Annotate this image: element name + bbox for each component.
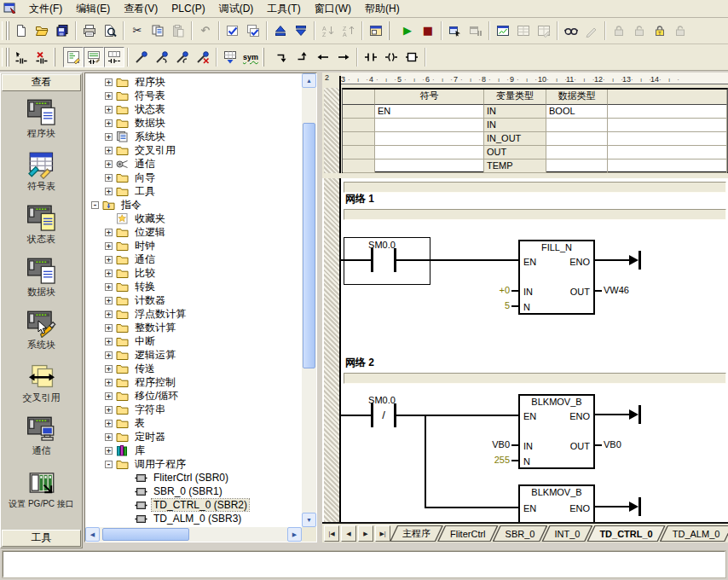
chart-status-icon[interactable] (493, 20, 513, 41)
options-icon[interactable] (366, 20, 386, 41)
insert-network-icon[interactable] (11, 47, 32, 67)
view-item-data-block[interactable]: 数据块 (1, 251, 82, 304)
tree-item-8[interactable]: +工具 (85, 184, 302, 198)
tree-item-27[interactable]: +库 (85, 444, 302, 457)
table-cell[interactable]: BOOL (546, 105, 608, 119)
expand-icon[interactable]: + (105, 310, 113, 318)
tab-scroll-last-icon[interactable]: ▶| (375, 525, 390, 542)
tree-item-16[interactable]: +计数器 (85, 293, 302, 307)
tree-item-29[interactable]: FliterCtrl (SBR0) (85, 471, 302, 484)
view-item-symbol-table[interactable]: 符号表 (1, 145, 82, 198)
view-symbols-icon[interactable] (561, 20, 581, 41)
tree-item-7[interactable]: +向导 (85, 171, 302, 184)
tab-td-ctrl-0[interactable]: TD_CTRL_0 (586, 525, 665, 542)
tree-item-17[interactable]: +浮点数计算 (85, 307, 302, 321)
wand-insert-icon[interactable] (131, 47, 152, 67)
expand-icon[interactable]: + (105, 406, 113, 414)
program-status-icon[interactable] (445, 20, 465, 41)
compile-all-icon[interactable] (243, 20, 263, 41)
expand-icon[interactable]: + (105, 256, 113, 264)
table-cell[interactable]: IN_OUT (484, 132, 546, 146)
row-header[interactable] (343, 132, 375, 146)
table-cell[interactable] (375, 119, 484, 132)
view-item-pgpc-interface[interactable]: 设置 PG/PC 接口 (1, 462, 82, 515)
table-cell[interactable]: EN (375, 105, 484, 119)
toolbar-grip[interactable] (2, 48, 9, 67)
in-operand[interactable]: VB0 (477, 439, 510, 450)
tab-scroll-next-icon[interactable]: ▶ (358, 525, 373, 542)
tree-item-31[interactable]: TD_CTRL_0 (SBR2) (85, 498, 302, 512)
expand-icon[interactable]: + (105, 420, 113, 427)
expand-icon[interactable]: + (105, 433, 113, 441)
toolbar-grip[interactable] (2, 21, 9, 40)
network-2-title[interactable]: 网络 2 (345, 356, 374, 370)
tree-item-18[interactable]: +整数计算 (85, 321, 302, 334)
wand-branch-icon[interactable] (152, 47, 172, 67)
compile-icon[interactable] (222, 20, 243, 41)
out-operand[interactable]: VB0 (604, 439, 643, 450)
tree-item-9[interactable]: -指令 (85, 198, 302, 212)
network-2-comment[interactable] (344, 373, 726, 384)
line-right-icon[interactable] (333, 47, 354, 67)
n-operand[interactable]: 255 (477, 455, 510, 465)
network-1-title[interactable]: 网络 1 (345, 192, 374, 206)
scroll-up-icon[interactable]: ▲ (302, 73, 316, 88)
tree-item-32[interactable]: TD_ALM_0 (SBR3) (85, 512, 302, 525)
table-cell[interactable] (546, 146, 608, 160)
tree-item-4[interactable]: +系统块 (85, 130, 302, 143)
table-cell[interactable] (608, 132, 727, 146)
new-file-icon[interactable] (11, 20, 32, 41)
tree-item-11[interactable]: +位逻辑 (85, 225, 302, 239)
collapse-icon[interactable]: - (91, 201, 99, 209)
run-mode-icon[interactable]: ▶ (397, 20, 418, 41)
force-lock-icon[interactable]: T (650, 20, 670, 41)
toolbar-grip[interactable] (388, 21, 396, 40)
pou-comment[interactable] (344, 182, 726, 193)
tree-item-22[interactable]: +程序控制 (85, 375, 302, 389)
tree-item-5[interactable]: +交叉引用 (85, 143, 302, 157)
table-cell[interactable]: OUT (484, 146, 546, 160)
row-header[interactable] (343, 146, 375, 160)
tree-item-20[interactable]: +逻辑运算 (85, 348, 302, 362)
box-title[interactable]: BLKMOV_B (520, 487, 593, 497)
table-cell[interactable] (608, 146, 727, 160)
menu-debug[interactable]: 调试(D) (212, 1, 261, 16)
view-item-cross-reference[interactable]: 交叉引用 (1, 357, 82, 409)
download-icon[interactable] (291, 20, 311, 41)
table-cell[interactable] (375, 146, 484, 160)
table-cell[interactable] (546, 160, 608, 173)
contact-operand[interactable]: SM0.0 (353, 240, 411, 250)
expand-icon[interactable]: + (105, 229, 113, 236)
table-cell[interactable] (546, 119, 608, 132)
tree-item-19[interactable]: +中断 (85, 334, 302, 348)
tab-scroll-prev-icon[interactable]: ◀ (341, 525, 356, 542)
row-header[interactable] (343, 105, 375, 119)
expand-icon[interactable]: + (105, 78, 113, 86)
in-operand[interactable]: +0 (477, 285, 510, 295)
contact-operand[interactable]: SM0.0 (353, 395, 411, 405)
expand-icon[interactable]: + (105, 92, 113, 100)
instruction-box-icon[interactable] (402, 47, 422, 67)
tab-fliterctrl[interactable]: FliterCtrl (437, 525, 499, 542)
cut-icon[interactable]: ✂ (127, 20, 147, 41)
print-icon[interactable] (79, 20, 100, 41)
expand-icon[interactable]: + (105, 379, 113, 386)
scroll-down-icon[interactable]: ▼ (302, 513, 316, 527)
expand-icon[interactable]: + (105, 283, 113, 291)
expand-icon[interactable]: + (105, 174, 113, 182)
expand-icon[interactable]: + (105, 365, 113, 373)
copy-icon[interactable] (147, 20, 168, 41)
scroll-right-icon[interactable]: ▶ (287, 527, 302, 542)
table-cell[interactable] (375, 132, 484, 146)
menu-edit[interactable]: 编辑(E) (69, 1, 117, 16)
collapse-icon[interactable]: - (105, 461, 113, 468)
symbol-addressing-icon[interactable] (220, 47, 240, 67)
tab-scroll-first-icon[interactable]: |◀ (324, 525, 339, 542)
column-header-0[interactable]: 符号 (375, 90, 484, 105)
sym-toggle-icon[interactable]: sym (240, 47, 261, 67)
horizontal-scroll-thumb[interactable] (102, 528, 189, 541)
tree-item-10[interactable]: 收藏夹 (85, 212, 302, 225)
tab-td-alm-0[interactable]: TD_ALM_0 (660, 525, 728, 542)
menu-view[interactable]: 查看(V) (117, 1, 165, 16)
tree-item-24[interactable]: +字符串 (85, 403, 302, 416)
